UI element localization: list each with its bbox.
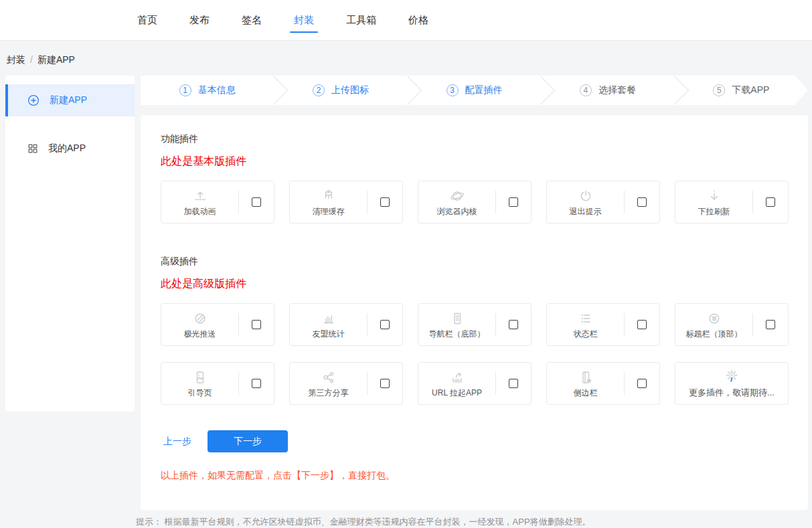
clean-cache-icon (321, 187, 337, 205)
plugin-label: 第三方分享 (309, 387, 349, 399)
checkbox-area (753, 320, 788, 329)
actions-row: 上一步 下一步 (161, 430, 788, 452)
nav-item-1[interactable]: 首页 (137, 0, 157, 40)
plus-circle-icon (26, 93, 41, 108)
plugin-card[interactable]: 加载动画 (161, 181, 274, 224)
plugin-grid: 加载动画清理缓存浏览器内核退出提示下拉刷新 (161, 181, 788, 224)
checkbox-area (239, 197, 274, 207)
nav-item-3[interactable]: 签名 (242, 0, 262, 40)
content-panel: 功能插件此处是基本版插件加载动画清理缓存浏览器内核退出提示下拉刷新高级插件此处是… (141, 115, 808, 510)
step-1[interactable]: 1基本信息 (141, 76, 274, 105)
plugin-card[interactable]: 清理缓存 (289, 181, 403, 224)
plugin-card[interactable]: URL 拉起APP (418, 362, 532, 405)
checkbox-area (368, 320, 402, 329)
browser-kernel-icon (449, 187, 465, 205)
plugin-grid: 极光推送友盟统计导航栏（底部）状态栏标题栏（顶部）引导页第三方分享URL 拉起A… (161, 303, 788, 405)
sidebar-item-label: 我的APP (48, 143, 86, 155)
plugin-card[interactable]: 侧边栏 (546, 362, 660, 405)
step-label: 基本信息 (198, 84, 236, 96)
plugin-card-content: 下拉刷新 (675, 187, 752, 217)
plugin-card-content: 友盟统计 (290, 310, 367, 340)
plugin-checkbox[interactable] (766, 197, 775, 207)
nav-item-4[interactable]: 封装 (294, 0, 314, 40)
plugin-label: 下拉刷新 (698, 206, 730, 217)
step-2[interactable]: 2上传图标 (274, 76, 407, 105)
plugin-label: 退出提示 (570, 206, 602, 217)
sidebar-item-2[interactable]: 我的APP (5, 133, 135, 165)
nav-item-5[interactable]: 工具箱 (346, 0, 376, 40)
title-bar-icon (706, 310, 722, 327)
plugin-card[interactable]: 标题栏（顶部） (675, 303, 789, 346)
nav-item-6[interactable]: 价格 (408, 0, 428, 40)
plugin-card-content: 极光推送 (161, 310, 238, 340)
url-launch-icon (449, 369, 465, 386)
steps-bar: 1基本信息2上传图标3配置插件4选择套餐5下载APP (141, 76, 808, 105)
plugin-checkbox[interactable] (637, 320, 647, 329)
plugin-label: 清理缓存 (313, 206, 345, 217)
plugin-card-content: 标题栏（顶部） (675, 310, 752, 340)
navbar-bottom-icon (449, 310, 465, 327)
plugin-card-content: 更多插件，敬请期待... (689, 368, 775, 399)
plugin-card[interactable]: 导航栏（底部） (418, 303, 532, 346)
plugin-card[interactable]: 浏览器内核 (418, 181, 532, 224)
next-step-button[interactable]: 下一步 (208, 430, 288, 452)
main-column: 1基本信息2上传图标3配置插件4选择套餐5下载APP 功能插件此处是基本版插件加… (141, 76, 808, 510)
plugin-card-content: 加载动画 (161, 187, 238, 217)
sidebar-item-1[interactable]: 新建APP (5, 84, 135, 116)
plugin-label: 状态栏 (574, 329, 598, 340)
plugin-checkbox[interactable] (509, 197, 518, 207)
top-header: 首页发布签名封装工具箱价格 (0, 0, 812, 41)
top-nav: 首页发布签名封装工具箱价格 (137, 0, 461, 40)
bottom-note: 以上插件，如果无需配置，点击【下一步】，直接打包。 (161, 470, 788, 482)
prev-step-button[interactable]: 上一步 (163, 436, 191, 448)
section-note: 此处是高级版插件 (161, 277, 788, 291)
checkbox-area (239, 320, 274, 329)
loading-animation-icon (192, 187, 208, 205)
step-label: 上传图标 (331, 84, 369, 96)
plugin-card[interactable]: 第三方分享 (289, 362, 403, 405)
plugin-card[interactable]: 引导页 (161, 362, 274, 405)
plugin-checkbox[interactable] (637, 197, 647, 207)
plugin-card[interactable]: 退出提示 (546, 181, 660, 224)
checkbox-area (496, 197, 531, 207)
plugin-card-content: 导航栏（底部） (418, 310, 495, 340)
plugin-checkbox[interactable] (252, 197, 261, 207)
plugin-checkbox[interactable] (380, 197, 390, 207)
step-number: 4 (580, 84, 592, 96)
step-number: 5 (713, 84, 725, 96)
plugin-checkbox[interactable] (509, 379, 518, 388)
plugin-checkbox[interactable] (380, 379, 390, 388)
checkbox-area (368, 379, 402, 388)
plugin-card[interactable]: 友盟统计 (289, 303, 403, 346)
nav-item-2[interactable]: 发布 (189, 0, 210, 40)
plugin-card[interactable]: 更多插件，敬请期待... (675, 362, 789, 405)
step-number: 3 (446, 84, 459, 96)
plugin-checkbox[interactable] (252, 379, 261, 388)
guide-page-icon (192, 369, 208, 386)
step-4[interactable]: 4选择套餐 (541, 76, 674, 105)
plugin-card-content: 退出提示 (547, 187, 624, 217)
plugin-card[interactable]: 下拉刷新 (675, 181, 789, 224)
exit-prompt-icon (578, 187, 594, 205)
plugin-card-content: 引导页 (161, 369, 238, 399)
plugin-section: 高级插件此处是高级版插件极光推送友盟统计导航栏（底部）状态栏标题栏（顶部）引导页… (161, 256, 788, 405)
plugin-checkbox[interactable] (766, 320, 775, 329)
step-label: 选择套餐 (598, 84, 636, 96)
phone-sidebar-icon (578, 369, 594, 386)
plugin-checkbox[interactable] (380, 320, 390, 329)
checkbox-area (625, 320, 659, 329)
plugin-sections: 功能插件此处是基本版插件加载动画清理缓存浏览器内核退出提示下拉刷新高级插件此处是… (161, 133, 788, 405)
plugin-card[interactable]: 极光推送 (161, 303, 274, 346)
plugin-checkbox[interactable] (637, 379, 647, 388)
pull-refresh-icon (706, 187, 722, 205)
breadcrumb-section[interactable]: 封装 (7, 54, 25, 65)
plugin-label: 浏览器内核 (437, 206, 477, 217)
plugin-card[interactable]: 状态栏 (546, 303, 660, 346)
step-5[interactable]: 5下载APP (675, 76, 808, 105)
step-3[interactable]: 3配置插件 (408, 76, 541, 105)
jpush-icon (192, 310, 208, 327)
plugin-checkbox[interactable] (252, 320, 261, 329)
plugin-label: 更多插件，敬请期待... (689, 387, 775, 399)
plugin-checkbox[interactable] (509, 320, 518, 329)
plugin-label: 侧边栏 (574, 387, 598, 399)
